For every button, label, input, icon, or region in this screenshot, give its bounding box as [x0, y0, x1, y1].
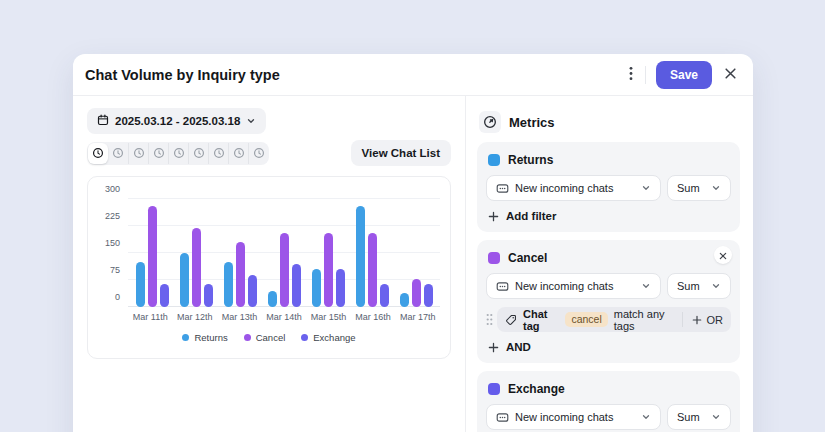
time-segment-3[interactable] [128, 143, 148, 164]
bar-exchange [248, 275, 257, 307]
modal-header: Chat Volume by Inquiry type Save [73, 54, 753, 96]
bar-group [306, 233, 350, 307]
incoming-chats-icon [496, 280, 509, 293]
incoming-chats-icon [496, 411, 509, 424]
and-label: AND [506, 341, 531, 353]
time-segment-8[interactable] [228, 143, 248, 164]
card-header: Cancel [488, 251, 731, 265]
time-segment-9[interactable] [248, 143, 268, 164]
metric-card-returns: Returns New incoming chats Sum Add f [477, 142, 740, 232]
clock-icon [253, 147, 265, 159]
bar-returns [400, 293, 409, 307]
chevron-down-icon [711, 183, 721, 193]
metric-card-exchange: Exchange New incoming chats Sum [477, 371, 740, 432]
filter-row: Chat tag cancel match any tags OR [486, 307, 731, 332]
view-chat-list-button[interactable]: View Chat List [351, 140, 451, 166]
chart-panel: 2025.03.12 - 2025.03.18 View Chat List 0… [73, 96, 466, 432]
bar-exchange [160, 284, 169, 307]
aggregation-select[interactable]: Sum [667, 175, 731, 201]
metric-source-value: New incoming chats [515, 280, 613, 292]
tag-badge: cancel [565, 312, 607, 328]
clock-icon [133, 147, 145, 159]
page-title: Chat Volume by Inquiry type [85, 67, 280, 83]
close-button[interactable] [722, 65, 739, 85]
add-and-button[interactable]: AND [488, 341, 731, 353]
clock-icon [213, 147, 225, 159]
bar-returns [312, 269, 321, 307]
time-segment-4[interactable] [148, 143, 168, 164]
header-divider [645, 66, 646, 84]
metric-source-select[interactable]: New incoming chats [486, 273, 661, 299]
chevron-down-icon [641, 183, 651, 193]
metric-source-select[interactable]: New incoming chats [486, 175, 661, 201]
aggregation-select[interactable]: Sum [667, 404, 731, 430]
gauge-icon [479, 111, 501, 133]
toolbar-row: View Chat List [87, 140, 451, 166]
bar-series [128, 199, 440, 307]
y-axis-tick: 300 [92, 184, 120, 194]
add-or-button[interactable]: OR [682, 312, 724, 327]
metrics-panel: Metrics Returns New incoming chats Sum [466, 96, 753, 432]
x-axis-label: Mar 16th [355, 312, 391, 322]
date-range-label: 2025.03.12 - 2025.03.18 [115, 115, 240, 127]
bar-group [174, 228, 218, 307]
modal-body: 2025.03.12 - 2025.03.18 View Chat List 0… [73, 96, 753, 432]
aggregation-select[interactable]: Sum [667, 273, 731, 299]
bar-group [130, 206, 174, 307]
bar-exchange [204, 284, 213, 307]
drag-handle[interactable] [486, 313, 495, 326]
metric-card-cancel: Cancel New incoming chats Sum [477, 240, 740, 363]
bar-exchange [380, 284, 389, 307]
bar-exchange [424, 284, 433, 307]
metric-controls: New incoming chats Sum [486, 175, 731, 201]
y-axis-tick: 0 [92, 292, 120, 302]
x-axis-label: Mar 17th [400, 312, 436, 322]
bar-cancel [236, 242, 245, 307]
bar-cancel [148, 206, 157, 307]
time-segment-1[interactable] [88, 143, 108, 164]
metric-controls: New incoming chats Sum [486, 273, 731, 299]
date-range-picker[interactable]: 2025.03.12 - 2025.03.18 [87, 108, 266, 134]
plus-icon [488, 342, 499, 353]
clock-icon [153, 147, 165, 159]
time-segment-6[interactable] [188, 143, 208, 164]
bar-returns [356, 206, 365, 307]
bar-cancel [192, 228, 201, 307]
legend-dot [244, 334, 251, 341]
more-options-button[interactable] [627, 64, 635, 86]
time-segment-5[interactable] [168, 143, 188, 164]
series-color-swatch [488, 383, 500, 395]
aggregation-value: Sum [677, 182, 700, 194]
x-axis-label: Mar 11th [133, 312, 168, 322]
card-header: Returns [488, 153, 731, 167]
time-segment-7[interactable] [208, 143, 228, 164]
save-button[interactable]: Save [656, 61, 712, 89]
time-granularity-segments [87, 142, 269, 165]
header-actions: Save [627, 61, 739, 89]
chevron-down-icon [246, 116, 256, 126]
legend-label: Cancel [256, 332, 286, 343]
x-axis-label: Mar 14th [266, 312, 302, 322]
metric-source-select[interactable]: New incoming chats [486, 404, 661, 430]
bar-exchange [336, 269, 345, 307]
tag-icon [505, 314, 517, 326]
plus-icon [488, 211, 499, 222]
add-filter-button[interactable]: Add filter [488, 210, 731, 222]
aggregation-value: Sum [677, 280, 700, 292]
series-color-swatch [488, 252, 500, 264]
remove-metric-button[interactable] [714, 246, 732, 264]
close-icon [724, 67, 737, 83]
metrics-header: Metrics [479, 111, 740, 133]
metric-source-value: New incoming chats [515, 411, 613, 423]
clock-icon [233, 147, 245, 159]
bar-returns [268, 291, 277, 307]
bar-cancel [280, 233, 289, 307]
chart-card: 075150225300 Mar 11thMar 12thMar 13thMar… [87, 176, 451, 359]
clock-icon [193, 147, 205, 159]
chat-tag-filter[interactable]: Chat tag cancel match any tags OR [497, 307, 731, 332]
bar-chart: 075150225300 [128, 199, 440, 307]
time-segment-2[interactable] [108, 143, 128, 164]
bar-group [262, 233, 306, 307]
incoming-chats-icon [496, 182, 509, 195]
bar-returns [180, 253, 189, 307]
